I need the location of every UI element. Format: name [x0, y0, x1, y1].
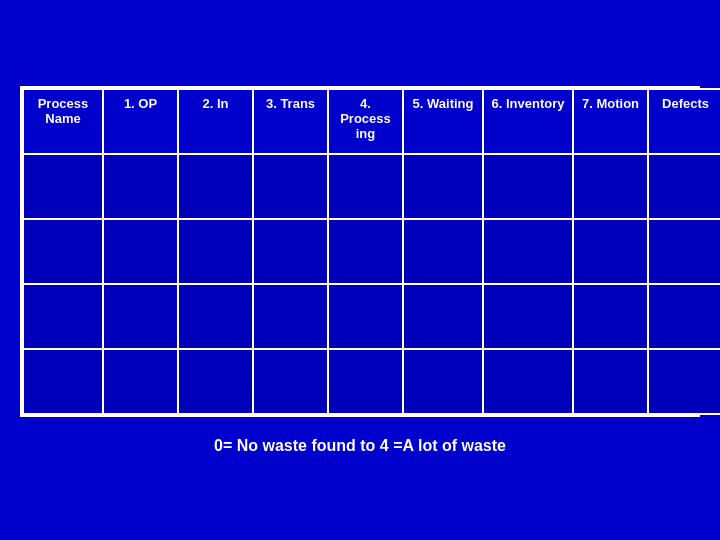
header-process-name: Process Name [23, 89, 103, 154]
cell [403, 154, 483, 219]
cell [23, 154, 103, 219]
cell [483, 219, 573, 284]
cell [648, 284, 720, 349]
cell [178, 219, 253, 284]
cell [573, 349, 648, 414]
header-row: Process Name 1. OP 2. In 3. Trans 4. Pro… [23, 89, 720, 154]
cell [328, 219, 403, 284]
footer-label: 0= No waste found to 4 =A lot of waste [214, 437, 506, 455]
table-row [23, 349, 720, 414]
cell [403, 219, 483, 284]
cell [103, 154, 178, 219]
cell [403, 284, 483, 349]
cell [103, 219, 178, 284]
header-op: 1. OP [103, 89, 178, 154]
cell [483, 154, 573, 219]
table-row [23, 154, 720, 219]
waste-table: Process Name 1. OP 2. In 3. Trans 4. Pro… [22, 88, 720, 415]
cell [483, 284, 573, 349]
cell [328, 154, 403, 219]
cell [573, 154, 648, 219]
cell [253, 349, 328, 414]
header-in: 2. In [178, 89, 253, 154]
cell [573, 219, 648, 284]
table-wrapper: Process Name 1. OP 2. In 3. Trans 4. Pro… [20, 86, 700, 417]
header-trans: 3. Trans [253, 89, 328, 154]
cell [253, 154, 328, 219]
header-waiting: 5. Waiting [403, 89, 483, 154]
main-container: Process Name 1. OP 2. In 3. Trans 4. Pro… [20, 86, 700, 455]
cell [573, 284, 648, 349]
cell [23, 284, 103, 349]
header-defects: Defects [648, 89, 720, 154]
header-processing: 4. Process ing [328, 89, 403, 154]
header-inventory: 6. Inventory [483, 89, 573, 154]
cell [103, 284, 178, 349]
cell [648, 349, 720, 414]
header-motion: 7. Motion [573, 89, 648, 154]
cell [178, 154, 253, 219]
cell [328, 284, 403, 349]
cell [648, 154, 720, 219]
cell [403, 349, 483, 414]
cell [103, 349, 178, 414]
cell [23, 219, 103, 284]
cell [178, 349, 253, 414]
cell [178, 284, 253, 349]
table-row [23, 219, 720, 284]
cell [253, 284, 328, 349]
cell [253, 219, 328, 284]
cell [23, 349, 103, 414]
cell [328, 349, 403, 414]
table-row [23, 284, 720, 349]
cell [483, 349, 573, 414]
cell [648, 219, 720, 284]
